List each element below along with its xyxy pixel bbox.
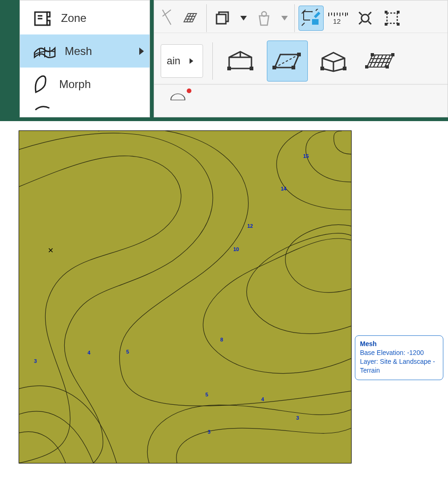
svg-rect-24: [371, 53, 374, 56]
toolbox-panel: Zone Mesh Morph: [20, 0, 150, 117]
snap-button[interactable]: [299, 6, 324, 31]
tool-zone-label: Zone: [61, 12, 87, 25]
canvas-area: × 15 14 12 10 8 5 4 3 3 5 4 3 Mesh Base …: [0, 121, 448, 463]
contour-lines: [19, 131, 351, 463]
svg-rect-15: [250, 67, 253, 70]
weight-button[interactable]: [251, 6, 277, 31]
svg-rect-19: [320, 67, 324, 70]
morph-icon: [33, 75, 51, 94]
separator: [212, 42, 213, 80]
svg-rect-9: [387, 13, 397, 23]
svg-point-8: [361, 14, 369, 22]
tool-zone[interactable]: Zone: [20, 1, 149, 34]
ruler-button[interactable]: 12: [326, 6, 351, 31]
tooltip-title: Mesh: [360, 340, 438, 348]
top-region: Zone Mesh Morph: [0, 0, 448, 121]
svg-rect-17: [292, 66, 295, 69]
mesh-icon: [33, 43, 56, 59]
tool-partial[interactable]: [20, 101, 149, 115]
tool-mesh[interactable]: Mesh: [20, 34, 149, 68]
svg-point-5: [303, 11, 305, 12]
separator: [294, 4, 295, 32]
contour-label: 5: [126, 349, 129, 354]
contour-label: 8: [220, 337, 223, 342]
svg-rect-23: [391, 53, 394, 56]
tool-morph-label: Morph: [59, 78, 91, 91]
contour-label: 3: [34, 358, 37, 364]
geometry-mode-1[interactable]: [220, 41, 261, 82]
svg-rect-11: [397, 11, 400, 14]
contour-label: 3: [296, 415, 299, 421]
separator: [206, 4, 207, 32]
geometry-mode-3[interactable]: [313, 41, 354, 82]
tool-morph[interactable]: Morph: [20, 68, 149, 101]
terrain-chip-label: ain: [167, 55, 180, 67]
svg-rect-12: [385, 23, 387, 26]
origin-button[interactable]: [353, 6, 378, 31]
svg-rect-21: [365, 65, 368, 68]
svg-rect-16: [272, 66, 276, 69]
tooltip-line: Base Elevation: -1200: [360, 348, 438, 357]
layers-button[interactable]: [210, 6, 236, 31]
svg-rect-10: [385, 11, 387, 14]
tool-mesh-label: Mesh: [65, 45, 92, 58]
ribbon-row-2: ain: [154, 33, 448, 84]
toolbar-strip: 12 ain: [154, 0, 448, 117]
svg-rect-13: [397, 23, 400, 26]
svg-rect-22: [386, 65, 389, 68]
geometry-mode-4[interactable]: [360, 41, 401, 82]
contour-label: 4: [261, 396, 264, 402]
dropdown-caret-icon[interactable]: [281, 16, 288, 20]
cursor-marker: ×: [48, 245, 54, 256]
svg-text:12: 12: [333, 17, 341, 25]
tooltip-line: Layer: Site & Landscape - Terrain: [360, 357, 438, 375]
ribbon-row-1: 12: [154, 0, 448, 33]
info-tooltip: Mesh Base Elevation: -1200 Layer: Site &…: [355, 335, 443, 380]
record-dot-icon: [187, 89, 191, 93]
contour-label: 10: [233, 246, 239, 252]
terrain-canvas[interactable]: × 15 14 12 10 8 5 4 3 3 5 4 3: [19, 130, 352, 463]
ribbon-bottom: [154, 84, 448, 108]
geometry-mode-2[interactable]: [267, 41, 308, 82]
svg-rect-20: [343, 67, 346, 70]
svg-rect-14: [227, 67, 231, 70]
svg-rect-2: [217, 14, 226, 24]
contour-label: 14: [281, 186, 286, 191]
svg-rect-4: [312, 19, 319, 25]
group-button[interactable]: [380, 6, 405, 31]
contour-label: 5: [205, 392, 208, 397]
partial-icon: [33, 103, 52, 112]
svg-rect-18: [297, 53, 301, 56]
svg-point-6: [312, 11, 313, 12]
contour-label: 12: [247, 223, 253, 229]
contour-label: 4: [88, 350, 90, 355]
contour-label: 15: [303, 153, 309, 159]
terrain-chip[interactable]: ain: [161, 44, 203, 78]
clip-cut-icon: [161, 8, 173, 28]
zone-icon: [33, 9, 53, 27]
contour-label: 3: [208, 429, 210, 435]
dropdown-caret-icon[interactable]: [240, 16, 247, 20]
grid-tool-button[interactable]: [177, 6, 203, 31]
